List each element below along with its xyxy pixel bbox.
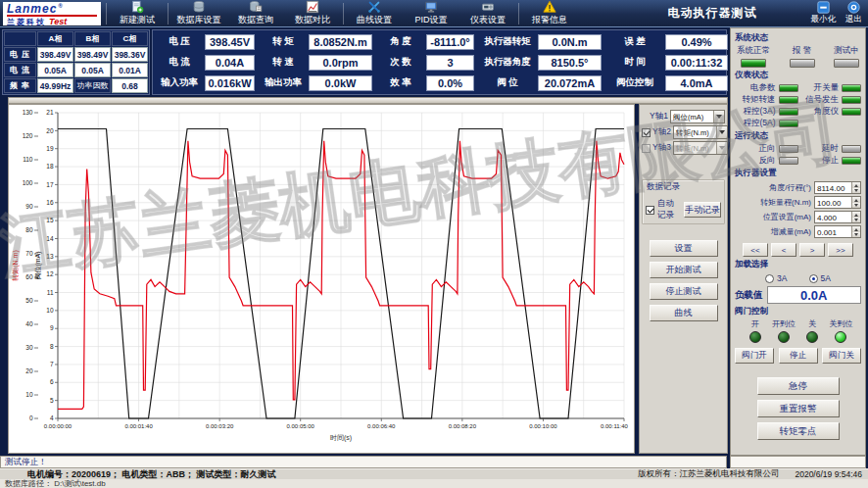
torque-zero-button[interactable]: 转矩零点 xyxy=(757,422,840,440)
toolbar-separator xyxy=(343,3,344,24)
toolbar-item-curve-settings[interactable]: 曲线设置 xyxy=(346,1,403,26)
svg-text:90: 90 xyxy=(25,203,33,210)
actuator-settings-group: 执行器设置角度/行程(°)8114.00转矩量程(N.m)100.00位置设置(… xyxy=(735,168,861,257)
run-status-group-title: 运行状态 xyxy=(735,130,861,142)
manual-record-button[interactable]: 手动记录 xyxy=(684,202,721,218)
instrument-led-3: 信号发生 xyxy=(798,94,862,105)
y-axis-2-checkbox[interactable] xyxy=(642,128,651,137)
valve-stop-button[interactable]: 停止 xyxy=(779,348,818,364)
svg-text:阀位(mA): 阀位(mA) xyxy=(34,251,42,279)
spinbox-field-0[interactable]: 8114.00 xyxy=(814,181,861,194)
step-prev-button[interactable]: < xyxy=(771,243,796,257)
run-status-group: 运行状态正向延时反向停止 xyxy=(735,130,861,166)
instrument-led-5: 角度仪 xyxy=(798,106,862,117)
load-value: 0.0A xyxy=(767,286,862,304)
toolbar-item-alarm-info[interactable]: 报警信息 xyxy=(521,1,578,26)
radio-label: 3A xyxy=(777,273,787,283)
chevron-down-icon xyxy=(713,111,724,122)
svg-text:10: 10 xyxy=(46,307,54,314)
led-label: 程控(5A) xyxy=(743,118,775,129)
phase-table-value: 0.05A xyxy=(74,63,111,77)
toolbar-item-pid-settings[interactable]: PID设置 xyxy=(403,1,459,26)
readout-value: 0.016kW xyxy=(205,75,255,91)
exit-icon xyxy=(847,1,860,14)
readout-label: 次 数 xyxy=(378,56,423,69)
app-window: Lanmec® 兰菱科技Test 新建测试数据库设置数据查询数据对比曲线设置PI… xyxy=(0,0,868,488)
step-last-button[interactable]: >> xyxy=(828,243,853,257)
reset-alarm-button[interactable]: 重置报警 xyxy=(757,400,840,417)
toolbar-item-meter-settings[interactable]: 仪表设置 xyxy=(459,1,516,26)
start-test-button[interactable]: 开始测试 xyxy=(650,262,718,278)
y-axis-1-select[interactable]: 阀位(mA) xyxy=(670,110,725,123)
y-axis-2-select[interactable]: 转矩(N.m) xyxy=(673,125,728,139)
led-indicator xyxy=(779,108,798,116)
y-axis-3-select[interactable]: 转矩(N.m) xyxy=(673,141,728,155)
load-option-5A[interactable]: 5A xyxy=(809,273,831,283)
readout-1-4: 时 间0.00:11:32 xyxy=(605,53,730,72)
toolbar-item-data-query[interactable]: 数据查询 xyxy=(227,1,284,26)
readout-value: 0.04A xyxy=(205,55,255,71)
auto-record-label: 自动记录 xyxy=(657,198,681,221)
svg-text:时间(s): 时间(s) xyxy=(330,434,352,442)
svg-text:7: 7 xyxy=(50,361,54,367)
led-indicator xyxy=(779,157,798,165)
field-label: 位置设置(mA) xyxy=(763,212,811,222)
spinner-down-icon[interactable] xyxy=(852,232,860,238)
svg-text:15: 15 xyxy=(46,217,54,223)
toolbar-item-database-settings[interactable]: 数据库设置 xyxy=(170,1,227,26)
y-axis-row-1: Y轴1阀位(mA) xyxy=(642,109,725,124)
y-axis-3-checkbox[interactable] xyxy=(642,144,651,153)
window-controls: 最小化 退出 xyxy=(811,1,863,25)
load-option-3A[interactable]: 3A xyxy=(765,273,787,283)
valve-open-button[interactable]: 阀门开 xyxy=(735,348,774,364)
readout-value: -8111.0° xyxy=(426,34,474,50)
emergency-stop-button[interactable]: 急停 xyxy=(757,377,840,395)
actuator-settings-group-title: 执行器设置 xyxy=(735,168,861,179)
svg-text:0.00:05:00: 0.00:05:00 xyxy=(287,423,315,429)
curve-button[interactable]: 曲线 xyxy=(650,305,718,321)
spinner-down-icon[interactable] xyxy=(852,203,860,209)
step-first-button[interactable]: << xyxy=(743,243,768,257)
field-label: 增减量(mA) xyxy=(771,226,811,237)
readout-2-0: 输入功率0.016kW xyxy=(155,73,257,92)
led-indicator xyxy=(779,120,798,127)
led-indicator xyxy=(741,59,766,68)
auto-record-checkbox[interactable] xyxy=(646,206,654,215)
database-path: 数据库路径： D:\测试\test.db xyxy=(5,478,106,488)
valve-close-button[interactable]: 阀门关 xyxy=(822,348,861,364)
data-query-icon xyxy=(249,0,263,14)
led-indicator xyxy=(779,145,798,153)
toolbar-item-data-compare[interactable]: 数据对比 xyxy=(284,1,341,26)
minimize-button[interactable]: 最小化 xyxy=(811,1,837,25)
toolbar-item-new-test[interactable]: 新建测试 xyxy=(109,1,166,26)
svg-text:11: 11 xyxy=(47,289,54,296)
y-axis-select-value: 转矩(N.m) xyxy=(674,126,716,138)
data-compare-icon xyxy=(306,0,319,14)
readout-value: 3 xyxy=(426,55,474,71)
field-label: 角度/行程(°) xyxy=(769,182,811,193)
readout-0-2: 角 度-8111.0° xyxy=(376,32,476,51)
readout-2-2: 效 率0.0% xyxy=(376,73,476,92)
main-toolbar: 新建测试数据库设置数据查询数据对比曲线设置PID设置仪表设置报警信息 xyxy=(109,0,578,26)
spinbox-field-2[interactable]: 4.000 xyxy=(814,211,861,223)
phase-table-value: 398.49V xyxy=(37,47,73,62)
step-next-button[interactable]: > xyxy=(799,243,825,257)
svg-text:转矩(N.m): 转矩(N.m) xyxy=(12,250,20,281)
spinner-down-icon[interactable] xyxy=(852,218,860,223)
readout-value: 20.072mA xyxy=(538,75,602,91)
datetime-text: 2020/6/19 9:54:46 xyxy=(795,469,862,479)
stop-test-button[interactable]: 停止测试 xyxy=(650,283,718,300)
spinbox-field-3[interactable]: 0.001 xyxy=(814,225,861,238)
spinbox-field-1[interactable]: 100.00 xyxy=(814,196,861,209)
led-indicator xyxy=(842,157,861,165)
phase-table-value: 49.99Hz xyxy=(37,78,73,93)
readout-label: 电 流 xyxy=(157,56,202,69)
valve-led-2 xyxy=(806,331,818,343)
exit-label: 退出 xyxy=(845,14,862,25)
run-led-3: 停止 xyxy=(798,155,862,166)
spinner-down-icon[interactable] xyxy=(852,188,860,194)
svg-text:120: 120 xyxy=(23,132,33,139)
settings-button[interactable]: 设置 xyxy=(650,240,718,257)
exit-button[interactable]: 退出 xyxy=(845,1,862,25)
splitter-strip[interactable] xyxy=(8,97,728,104)
